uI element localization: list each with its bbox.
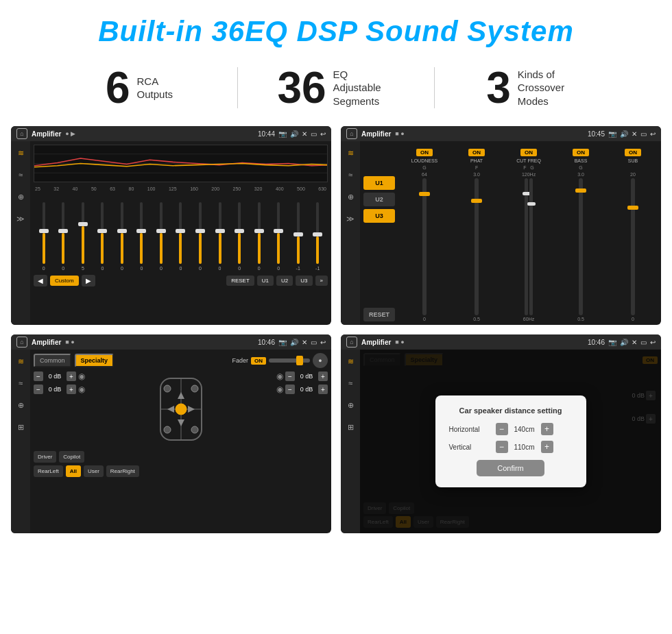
screen4-wave-icon[interactable]: ≈	[344, 377, 357, 389]
screen2-more-icon[interactable]: ≫	[344, 212, 357, 225]
eq-u2-btn[interactable]: U2	[276, 276, 293, 286]
screen2-content: ≋ ≈ ⊕ ≫ U1 U2 U3 RESET	[341, 141, 661, 325]
bass-track[interactable]	[579, 178, 583, 315]
eq-slider-15[interactable]: -1	[309, 202, 326, 271]
dialog-title: Car speaker distance setting	[449, 406, 573, 415]
screen3-cross-icon[interactable]: ⊞	[14, 421, 27, 433]
eq-slider-4[interactable]: 0	[94, 202, 112, 271]
dialog-horizontal-minus[interactable]: −	[496, 423, 508, 435]
screen2-home-icon[interactable]: ⌂	[346, 128, 357, 139]
btn-all[interactable]: All	[66, 465, 81, 477]
screen2-speaker-icon[interactable]: ⊕	[344, 191, 357, 203]
btn-user[interactable]: User	[84, 465, 104, 477]
sidebar-more-icon[interactable]: ≫	[14, 212, 27, 225]
vol-fr-minus[interactable]: −	[285, 371, 295, 381]
sidebar-wave-icon[interactable]: ≈	[14, 169, 27, 181]
eq-u1-btn[interactable]: U1	[257, 276, 274, 286]
eq-slider-2[interactable]: 0	[55, 202, 73, 271]
u2-btn[interactable]: U2	[363, 193, 395, 206]
eq-reset-btn[interactable]: RESET	[226, 276, 254, 286]
dialog-vertical-plus[interactable]: +	[541, 441, 553, 453]
fader-slider[interactable]	[269, 358, 310, 363]
screen4-speaker-icon[interactable]: ⊕	[344, 399, 357, 411]
eq-slider-14[interactable]: -1	[289, 202, 307, 271]
loudness-track[interactable]	[422, 178, 427, 315]
screen4-topbar: ⌂ Amplifier ■ ● 10:46 📷 🔊 ✕ ▭ ↩	[341, 334, 661, 350]
screen4-cross-icon[interactable]: ⊞	[344, 421, 357, 433]
vol-rl-plus[interactable]: +	[67, 385, 76, 394]
vol-fr-plus[interactable]: +	[318, 371, 328, 381]
vol-fl-plus[interactable]: +	[67, 371, 76, 381]
eq-freq-labels: 25 32 40 50 63 80 100 125 160 200 250 32…	[34, 186, 328, 191]
eq-slider-12[interactable]: 0	[250, 202, 268, 271]
screen2-topbar: ⌂ Amplifier ■ ● 10:45 📷 🔊 ✕ ▭ ↩	[341, 126, 661, 141]
eq-slider-3[interactable]: 5	[74, 202, 92, 271]
vol-rr-plus[interactable]: +	[318, 385, 328, 394]
fader-thumb	[296, 356, 303, 365]
reset-btn[interactable]: RESET	[363, 308, 395, 321]
eq-slider-9[interactable]: 0	[191, 202, 209, 271]
screen3-sidebar: ≋ ≈ ⊕ ⊞	[11, 350, 30, 533]
vol-fl-minus[interactable]: −	[34, 371, 43, 381]
sidebar-speaker-icon[interactable]: ⊕	[14, 191, 27, 203]
eq-prev-btn[interactable]: ◀	[34, 275, 47, 286]
tab-specialty[interactable]: Specialty	[75, 354, 115, 367]
cutfreq-thumb-2	[527, 202, 536, 206]
bass-label: BASS	[556, 158, 605, 163]
cutfreq-track-2[interactable]	[529, 178, 533, 315]
screen4-eq-icon[interactable]: ≋	[344, 355, 357, 367]
screen1-main: 25 32 40 50 63 80 100 125 160 200 250 32…	[30, 141, 331, 325]
tab-common[interactable]: Common	[34, 354, 71, 367]
dialog-vertical-minus[interactable]: −	[496, 441, 508, 453]
btn-rearright[interactable]: RearRight	[106, 465, 139, 477]
screen3-eq-icon[interactable]: ≋	[14, 355, 27, 367]
btn-copilot[interactable]: Copilot	[59, 451, 84, 463]
phat-track[interactable]	[475, 178, 479, 315]
stat-rca-number: 6	[106, 66, 130, 110]
eq-custom-btn[interactable]: Custom	[50, 276, 79, 286]
sub-track[interactable]	[631, 178, 635, 315]
eq-graph	[34, 145, 328, 182]
screen3-time: 10:46	[258, 339, 275, 346]
eq-slider-11[interactable]: 0	[230, 202, 248, 271]
screen3-speaker-icon[interactable]: ⊕	[14, 399, 27, 411]
btn-rearleft[interactable]: RearLeft	[34, 465, 63, 477]
u3-btn[interactable]: U3	[363, 209, 395, 223]
speaker-rr-icon: ◉	[276, 385, 283, 394]
screen2-window-icon: ▭	[640, 130, 647, 138]
screen3-home-icon[interactable]: ⌂	[16, 337, 27, 348]
screen2-main: U1 U2 U3 RESET ON LOUDNESS	[360, 141, 661, 325]
vol-rl-minus[interactable]: −	[34, 385, 43, 394]
eq-slider-13[interactable]: 0	[269, 202, 287, 271]
freq-63: 63	[110, 186, 115, 191]
fader-dial[interactable]: ●	[313, 353, 328, 368]
eq-next-btn[interactable]: ▶	[82, 275, 95, 286]
eq-slider-7[interactable]: 0	[152, 202, 170, 271]
btn-driver[interactable]: Driver	[34, 451, 56, 463]
screen2-wave-icon[interactable]: ≈	[344, 169, 357, 181]
eq-slider-5[interactable]: 0	[113, 202, 131, 271]
sidebar-eq-icon[interactable]: ≋	[14, 147, 27, 159]
u1-btn[interactable]: U1	[363, 176, 395, 190]
eq-slider-1[interactable]: 0	[35, 202, 53, 271]
svg-point-14	[164, 426, 171, 433]
freq-50: 50	[91, 186, 97, 191]
eq-u3-btn[interactable]: U3	[296, 276, 312, 286]
eq-slider-10[interactable]: 0	[211, 202, 229, 271]
eq-more-btn[interactable]: »	[315, 276, 328, 286]
screen4-home-icon[interactable]: ⌂	[346, 337, 357, 348]
cross-u-col: U1 U2 U3 RESET	[363, 145, 395, 321]
svg-point-12	[164, 385, 171, 392]
home-icon[interactable]: ⌂	[16, 128, 27, 139]
confirm-button[interactable]: Confirm	[477, 460, 544, 476]
eq-slider-6[interactable]: 0	[133, 202, 151, 271]
eq-slider-8[interactable]: 0	[172, 202, 190, 271]
loudness-on: ON	[416, 149, 433, 156]
screen4-back-icon: ↩	[650, 339, 656, 346]
dialog-horizontal-plus[interactable]: +	[541, 423, 553, 435]
screen2-eq-icon[interactable]: ≋	[344, 147, 357, 159]
vol-rr-minus[interactable]: −	[285, 385, 295, 394]
cutfreq-track-1[interactable]	[525, 178, 528, 315]
dialog-vertical-val: 110cm	[511, 443, 538, 451]
screen3-wave-icon[interactable]: ≈	[14, 377, 27, 389]
